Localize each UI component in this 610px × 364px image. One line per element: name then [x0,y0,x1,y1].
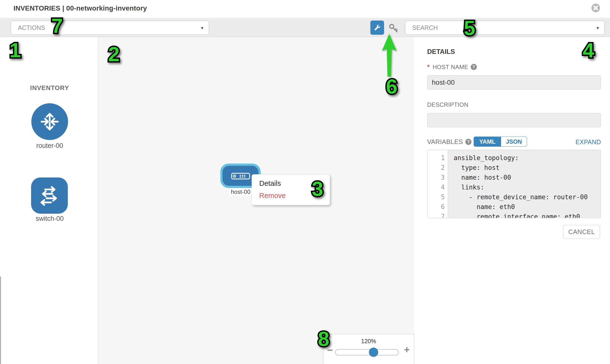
chevron-down-icon: ▾ [597,25,599,31]
sidebar-title: INVENTORY [30,84,69,92]
variables-code-editor[interactable]: 1 2 3 4 5 6 7 ansible_topology: type: ho… [427,150,601,218]
switch-icon [37,183,62,208]
key-button[interactable] [388,23,399,34]
variables-label-row: VARIABLES ? [427,138,471,146]
chevron-down-icon: ▾ [201,25,203,31]
actions-dropdown-label: ACTIONS [18,21,45,35]
host-name-label-row: * HOST NAME ? [427,63,477,71]
close-icon [591,4,600,12]
zoom-slider-track[interactable] [335,349,399,355]
line-number: 1 [427,153,448,163]
search-placeholder: SEARCH [412,21,438,35]
line-number: 5 [427,192,448,202]
code-line: name: host-00 [454,173,601,182]
context-menu-item-remove[interactable]: Remove [252,189,330,202]
top-bar: INVENTORIES | 00-networking-inventory [0,0,610,18]
details-panel-title: DETAILS [427,48,455,56]
required-marker: * [427,63,429,71]
variables-format-toggle: YAML JSON [474,137,527,147]
zoom-control: 120% − + [323,334,414,364]
node-context-menu: Details Remove [252,174,330,205]
description-label-row: DESCRIPTION [427,101,468,108]
zoom-out-button[interactable]: − [326,344,334,356]
host-node-label: host-00 [229,188,252,195]
toolbar: ACTIONS ▾ SEARCH ▾ [0,18,610,37]
help-icon[interactable]: ? [471,64,477,70]
inventory-sidebar: INVENTORY router-00 [0,37,98,364]
zoom-slider-thumb[interactable] [369,348,378,357]
inventory-topology-screen: INVENTORIES | 00-networking-inventory AC… [0,0,610,364]
code-line: ansible_topology: [454,153,601,163]
zoom-in-button[interactable]: + [403,344,411,355]
page-title: INVENTORIES | 00-networking-inventory [13,4,147,12]
zoom-level-value: 120% [323,338,414,345]
host-server-icon [231,173,250,180]
host-name-input[interactable] [427,75,601,90]
sidebar-item-label: router-00 [20,142,79,150]
sidebar-item-switch[interactable] [31,178,68,214]
code-line: remote_interface_name: eth0 [454,212,601,218]
help-icon[interactable]: ? [465,139,471,145]
editor-code: ansible_topology: type: host name: host-… [448,150,601,218]
expand-link[interactable]: EXPAND [549,139,601,146]
description-input[interactable] [427,113,601,127]
tab-json[interactable]: JSON [501,137,527,147]
editor-gutter: 1 2 3 4 5 6 7 [427,150,448,218]
wrench-icon [374,24,381,31]
description-label: DESCRIPTION [427,101,468,108]
left-scrollbar[interactable] [0,277,1,364]
code-line: type: host [454,163,601,173]
line-number: 6 [427,202,448,212]
code-line: links: [454,182,601,192]
search-dropdown[interactable]: SEARCH ▾ [405,21,605,35]
sidebar-item-label: switch-00 [20,215,79,222]
variables-label: VARIABLES [427,138,463,146]
sidebar-item-router[interactable] [31,103,68,140]
close-button[interactable] [591,4,600,12]
line-number: 3 [427,173,448,182]
tab-yaml[interactable]: YAML [474,137,501,147]
host-name-label: HOST NAME [432,64,468,70]
context-menu-item-details[interactable]: Details [252,177,330,189]
code-line: name: eth0 [454,202,601,212]
line-number: 2 [427,163,448,173]
actions-dropdown[interactable]: ACTIONS ▾ [11,21,209,35]
line-number: 7 [427,212,448,218]
cancel-button[interactable]: CANCEL [563,225,600,239]
router-icon [38,109,62,134]
code-line: - remote_device_name: router-00 [454,192,601,202]
topology-canvas[interactable]: host-00 Details Remove 120% − + [98,37,415,364]
line-number: 4 [427,182,448,192]
tools-button[interactable] [370,21,384,35]
key-icon [388,23,399,34]
details-panel: DETAILS * HOST NAME ? DESCRIPTION VARIAB… [414,37,610,364]
